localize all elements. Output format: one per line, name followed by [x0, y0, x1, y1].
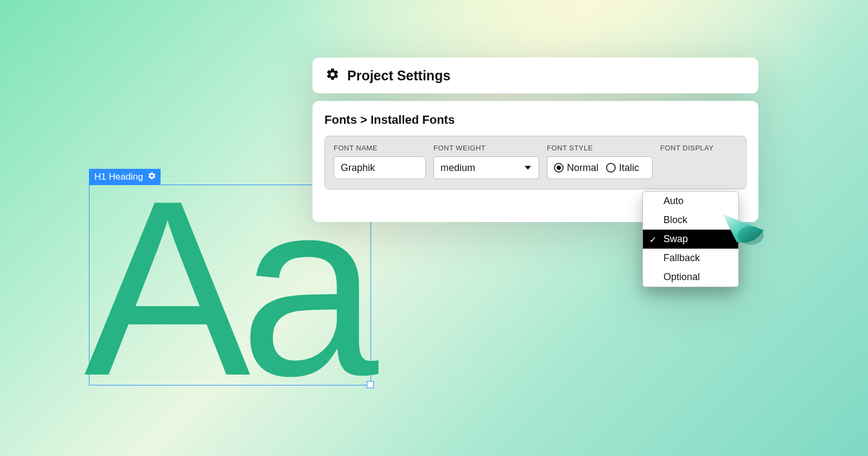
gear-icon[interactable] — [148, 172, 156, 183]
font-name-label: FONT NAME — [334, 144, 426, 152]
font-weight-select[interactable]: medium — [433, 156, 539, 179]
font-style-italic[interactable]: Italic — [606, 162, 639, 174]
font-style-radio-group: Normal Italic — [547, 156, 653, 179]
element-tag[interactable]: H1 Heading — [89, 169, 161, 185]
font-style-field: FONT STYLE Normal Italic — [547, 144, 653, 179]
panel-body: Fonts > Installed Fonts FONT NAME Graphi… — [312, 101, 758, 222]
font-weight-label: FONT WEIGHT — [433, 144, 539, 152]
font-display-dropdown[interactable]: Auto Block Swap Fallback Optional — [642, 191, 739, 287]
font-display-label: FONT DISPLAY — [660, 144, 737, 152]
font-name-field: FONT NAME Graphik — [334, 144, 426, 179]
font-style-normal[interactable]: Normal — [554, 162, 598, 174]
panel-header: Project Settings — [312, 58, 758, 93]
font-display-option-auto[interactable]: Auto — [643, 192, 738, 211]
font-display-option-fallback[interactable]: Fallback — [643, 249, 738, 268]
font-display-option-swap[interactable]: Swap — [643, 230, 738, 249]
project-settings-panel: Project Settings Fonts > Installed Fonts… — [312, 58, 758, 222]
font-display-option-optional[interactable]: Optional — [643, 268, 738, 287]
svg-point-0 — [738, 226, 764, 245]
font-display-field: FONT DISPLAY — [660, 144, 737, 179]
font-settings-row: FONT NAME Graphik FONT WEIGHT medium FON… — [324, 136, 746, 189]
radio-label: Normal — [567, 162, 598, 174]
font-name-input[interactable]: Graphik — [334, 156, 426, 179]
radio-label: Italic — [619, 162, 639, 174]
breadcrumb[interactable]: Fonts > Installed Fonts — [324, 113, 746, 127]
gear-icon — [326, 67, 340, 84]
radio-icon — [606, 163, 616, 173]
panel-title: Project Settings — [347, 68, 450, 84]
font-style-label: FONT STYLE — [547, 144, 653, 152]
font-display-option-block[interactable]: Block — [643, 211, 738, 230]
element-tag-label: H1 Heading — [94, 172, 143, 182]
font-weight-field: FONT WEIGHT medium — [433, 144, 539, 179]
radio-icon — [554, 163, 564, 173]
